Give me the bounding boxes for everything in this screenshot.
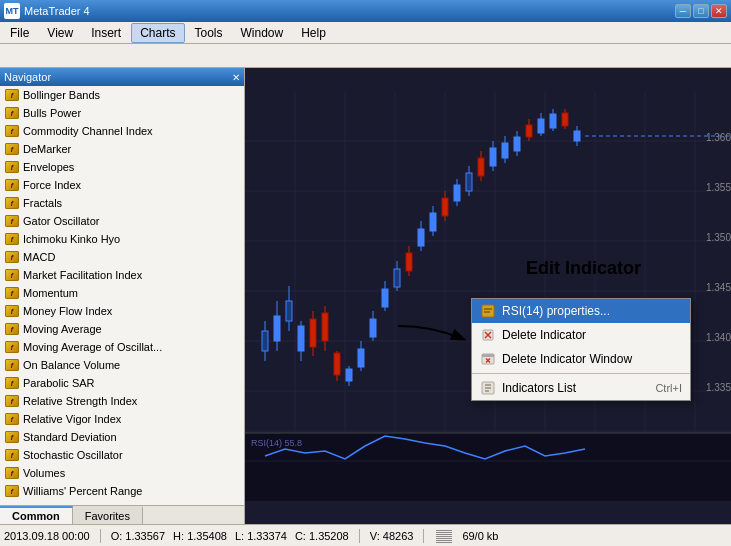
indicator-icon: f <box>4 178 20 192</box>
nav-item-envelopes[interactable]: f Envelopes <box>0 158 244 176</box>
context-menu-delete-window[interactable]: Delete Indicator Window <box>472 347 690 371</box>
svg-rect-48 <box>406 253 412 271</box>
maximize-button[interactable]: □ <box>693 4 709 18</box>
nav-item-parabolic[interactable]: f Parabolic SAR <box>0 374 244 392</box>
svg-text:1.355: 1.355 <box>706 182 731 193</box>
indicator-icon: f <box>4 142 20 156</box>
nav-item-stddev[interactable]: f Standard Deviation <box>0 428 244 446</box>
nav-item-money-flow[interactable]: f Money Flow Index <box>0 302 244 320</box>
indicator-icon: f <box>4 358 20 372</box>
navigator-list[interactable]: f Bollinger Bands f Bulls Power f Commod… <box>0 86 244 505</box>
menu-help[interactable]: Help <box>293 24 334 42</box>
svg-rect-76 <box>574 131 580 141</box>
indicator-icon: f <box>4 196 20 210</box>
chart-bars-icon <box>436 529 452 543</box>
svg-rect-70 <box>538 119 544 133</box>
navigator-header: Navigator ✕ <box>0 68 244 86</box>
navigator-close-button[interactable]: ✕ <box>232 72 240 83</box>
navigator-tabs: Common Favorites <box>0 505 244 524</box>
minimize-button[interactable]: ─ <box>675 4 691 18</box>
nav-item-mfi-index[interactable]: f Market Facilitation Index <box>0 266 244 284</box>
indicator-icon: f <box>4 88 20 102</box>
context-menu-properties[interactable]: RSI(14) properties... <box>472 299 690 323</box>
menu-window[interactable]: Window <box>233 24 292 42</box>
navigator-panel: Navigator ✕ f Bollinger Bands f Bulls Po… <box>0 68 245 524</box>
app-icon: MT <box>4 3 20 19</box>
indicator-icon: f <box>4 430 20 444</box>
delete-window-icon <box>480 351 496 367</box>
nav-item-cci[interactable]: f Commodity Channel Index <box>0 122 244 140</box>
svg-rect-26 <box>274 316 280 341</box>
title-bar-controls[interactable]: ─ □ ✕ <box>675 4 727 18</box>
chart-area[interactable]: 1.360 1.355 1.350 1.345 1.340 1.335 <box>245 68 731 524</box>
status-close: C: 1.35208 <box>295 530 349 542</box>
nav-item-force[interactable]: f Force Index <box>0 176 244 194</box>
svg-rect-72 <box>550 114 556 128</box>
delete-icon <box>480 327 496 343</box>
svg-rect-62 <box>490 148 496 166</box>
nav-item-momentum[interactable]: f Momentum <box>0 284 244 302</box>
nav-item-williams[interactable]: f Williams' Percent Range <box>0 482 244 500</box>
status-low: L: 1.33374 <box>235 530 287 542</box>
nav-item-demarker[interactable]: f DeMarker <box>0 140 244 158</box>
nav-item-ma-oscillat[interactable]: f Moving Average of Oscillat... <box>0 338 244 356</box>
title-bar-left: MT MetaTrader 4 <box>4 3 90 19</box>
nav-item-bollinger[interactable]: f Bollinger Bands <box>0 86 244 104</box>
nav-item-fractals[interactable]: f Fractals <box>0 194 244 212</box>
status-bar: 2013.09.18 00:00 O: 1.33567 H: 1.35408 L… <box>0 524 731 546</box>
nav-item-rvi[interactable]: f Relative Vigor Index <box>0 410 244 428</box>
status-volume: V: 48263 <box>370 530 414 542</box>
svg-rect-68 <box>526 125 532 137</box>
indicators-list-label: Indicators List <box>502 381 576 395</box>
svg-rect-34 <box>322 313 328 341</box>
nav-item-rsi[interactable]: f Relative Strength Index <box>0 392 244 410</box>
svg-rect-74 <box>562 113 568 126</box>
status-sep-2 <box>359 529 360 543</box>
menu-bar: File View Insert Charts Tools Window Hel… <box>0 22 731 44</box>
svg-rect-90 <box>482 354 494 357</box>
properties-label: RSI(14) properties... <box>502 304 610 318</box>
toolbar <box>0 44 731 68</box>
nav-item-macd[interactable]: f MACD <box>0 248 244 266</box>
context-menu-delete[interactable]: Delete Indicator <box>472 323 690 347</box>
tab-favorites[interactable]: Favorites <box>73 506 143 524</box>
indicator-icon: f <box>4 124 20 138</box>
indicator-icon: f <box>4 304 20 318</box>
menu-file[interactable]: File <box>2 24 37 42</box>
menu-view[interactable]: View <box>39 24 81 42</box>
indicator-icon: f <box>4 340 20 354</box>
indicator-icon: f <box>4 160 20 174</box>
svg-rect-78 <box>245 433 731 501</box>
status-sep-1 <box>100 529 101 543</box>
app-title: MetaTrader 4 <box>24 5 90 17</box>
title-bar: MT MetaTrader 4 ─ □ ✕ <box>0 0 731 22</box>
indicator-icon: f <box>4 394 20 408</box>
indicator-icon: f <box>4 268 20 282</box>
svg-text:1.335: 1.335 <box>706 382 731 393</box>
nav-item-bulls[interactable]: f Bulls Power <box>0 104 244 122</box>
nav-item-stochastic[interactable]: f Stochastic Oscillator <box>0 446 244 464</box>
status-datetime: 2013.09.18 00:00 <box>4 530 90 542</box>
menu-tools[interactable]: Tools <box>187 24 231 42</box>
indicator-icon: f <box>4 106 20 120</box>
svg-rect-40 <box>358 349 364 367</box>
list-icon <box>480 380 496 396</box>
close-button[interactable]: ✕ <box>711 4 727 18</box>
menu-charts[interactable]: Charts <box>131 23 184 43</box>
svg-rect-38 <box>346 369 352 381</box>
nav-item-volumes[interactable]: f Volumes <box>0 464 244 482</box>
svg-rect-36 <box>334 353 340 375</box>
context-menu-indicators-list[interactable]: Indicators List Ctrl+I <box>472 376 690 400</box>
svg-text:1.345: 1.345 <box>706 282 731 293</box>
menu-insert[interactable]: Insert <box>83 24 129 42</box>
status-high: H: 1.35408 <box>173 530 227 542</box>
tab-common[interactable]: Common <box>0 506 73 524</box>
nav-item-gator[interactable]: f Gator Oscillator <box>0 212 244 230</box>
nav-item-ichimoku[interactable]: f Ichimoku Kinko Hyo <box>0 230 244 248</box>
svg-rect-44 <box>382 289 388 307</box>
svg-rect-64 <box>502 143 508 158</box>
nav-item-obv[interactable]: f On Balance Volume <box>0 356 244 374</box>
nav-item-ma[interactable]: f Moving Average <box>0 320 244 338</box>
status-size: 69/0 kb <box>462 530 498 542</box>
svg-text:1.360: 1.360 <box>706 132 731 143</box>
